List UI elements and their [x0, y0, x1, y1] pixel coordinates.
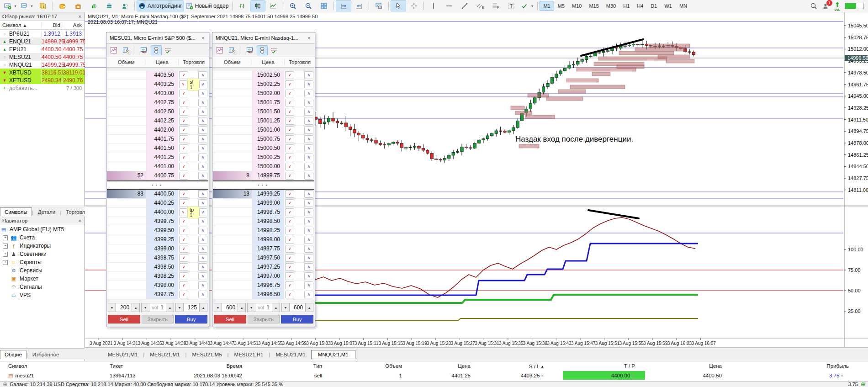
column-header-symbol[interactable]: Символ▴ — [0, 22, 41, 28]
sell-chevron-icon[interactable]: ∨ — [285, 163, 294, 170]
remove-icon[interactable]: × — [540, 373, 544, 378]
stepper-down-icon[interactable]: ▼ — [141, 303, 149, 312]
expand-icon[interactable]: + — [3, 235, 8, 240]
bar-chart-mode-button[interactable] — [234, 0, 250, 11]
dom-ask-row[interactable]: 4401.25∨∧ — [107, 153, 208, 162]
buy-chevron-icon[interactable]: ∧ — [304, 254, 313, 262]
sell-chevron-icon[interactable]: ∨ — [285, 245, 294, 253]
column-header-symbol[interactable]: Символ — [8, 363, 100, 369]
dom-ask-row[interactable]: 4401.50∨∧ — [107, 144, 208, 153]
sell-chevron-icon[interactable]: ∨ — [285, 172, 294, 180]
dom-ask-row[interactable]: 524400.75∨∧ — [107, 171, 208, 180]
column-header-price[interactable]: Цена — [397, 363, 471, 369]
stepper-up-icon[interactable]: ▲ — [238, 303, 246, 312]
dom-ask-row[interactable]: 4402.25∨∧ — [107, 117, 208, 126]
fibonacci-button[interactable]: F — [488, 0, 503, 11]
buy-chevron-icon[interactable]: ∧ — [304, 281, 313, 289]
market-watch-row[interactable]: ▼XBTUSD38116.5138119.01 — [0, 69, 85, 76]
dom-bid-row[interactable]: 4398.25∨∧ — [107, 272, 208, 281]
buy-chevron-icon[interactable]: ∧ — [198, 190, 207, 198]
dom-ask-row[interactable]: 4403.25∨sl 1∧ — [107, 80, 208, 89]
dom-ask-row[interactable]: 4401.00∨∧ — [107, 162, 208, 171]
sell-chevron-icon[interactable]: ∨ — [285, 208, 294, 216]
close-icon[interactable]: × — [307, 35, 312, 41]
profiles-button[interactable]: ▼ — [19, 0, 35, 11]
stepper-down-icon[interactable]: ▼ — [247, 303, 255, 312]
dom-bid-row[interactable]: 14996.75∨∧ — [213, 281, 314, 290]
sell-chevron-icon[interactable]: ∨ — [179, 108, 188, 116]
lvl-indicator[interactable]: LVL — [834, 1, 841, 11]
navigator-item-счета[interactable]: +👥Счета — [0, 233, 85, 242]
sell-chevron-icon[interactable]: ∨ — [285, 99, 294, 106]
sell-chevron-icon[interactable]: ∨ — [285, 263, 294, 271]
sell-chevron-icon[interactable]: ∨ — [179, 99, 188, 106]
sell-chevron-icon[interactable]: ∨ — [179, 71, 188, 79]
buy-chevron-icon[interactable]: ∧ — [198, 126, 207, 134]
expand-icon[interactable]: + — [3, 260, 8, 265]
dom-bid-row[interactable]: 4398.75∨∧ — [107, 254, 208, 263]
dom-ask-row[interactable]: 15000.00∨∧ — [213, 162, 314, 171]
dom-bid-row[interactable]: 4399.75∨∧ — [107, 217, 208, 226]
dom-window-titlebar[interactable]: MNQU21, Micro E-mini Nasdaq-1...× — [212, 32, 315, 44]
buy-chevron-icon[interactable]: ∧ — [198, 236, 207, 244]
expand-icon[interactable]: + — [3, 252, 8, 257]
dom-ask-row[interactable]: 15002.50∨∧ — [213, 71, 314, 80]
sell-chevron-icon[interactable]: ∨ — [179, 154, 188, 161]
sell-chevron-icon[interactable]: ∨ — [285, 108, 294, 116]
navigator-item-индикаторы[interactable]: +ƒИндикаторы — [0, 242, 85, 250]
sell-chevron-icon[interactable]: ∨ — [179, 254, 188, 262]
auto-scroll-button[interactable] — [336, 0, 351, 11]
vps-button[interactable] — [101, 0, 117, 11]
dom-ask-row[interactable]: 15000.25∨∧ — [213, 153, 314, 162]
column-header-tp[interactable]: T / P — [562, 363, 635, 369]
stepper-up-icon[interactable]: ▲ — [305, 303, 313, 312]
dom-ladder-button[interactable] — [151, 45, 162, 55]
close-icon[interactable]: × — [201, 35, 206, 41]
buy-button[interactable]: Buy — [175, 315, 207, 323]
dom-ask-row[interactable]: 4402.00∨∧ — [107, 126, 208, 135]
buy-chevron-icon[interactable]: ∧ — [304, 90, 313, 97]
buy-chevron-icon[interactable]: ∧ — [304, 117, 313, 125]
sell-chevron-icon[interactable]: ∨ — [179, 199, 188, 207]
tab-детали[interactable]: Детали — [33, 207, 60, 217]
close-icon[interactable]: × — [78, 218, 82, 223]
buy-chevron-icon[interactable]: ∧ — [304, 108, 313, 116]
dom-bid-row[interactable]: 14997.50∨∧ — [213, 254, 314, 263]
signals-button[interactable] — [86, 0, 101, 11]
buy-chevron-icon[interactable]: ∧ — [304, 227, 313, 234]
dom-bid-row[interactable]: 4398.00∨∧ — [107, 281, 208, 290]
dom-bid-row[interactable]: 4397.75∨∧ — [107, 290, 208, 299]
buy-chevron-icon[interactable]: ∧ — [198, 90, 207, 97]
buy-chevron-icon[interactable]: ∧ — [198, 71, 207, 79]
buy-chevron-icon[interactable]: ∧ — [304, 199, 313, 207]
buy-chevron-icon[interactable]: ∧ — [198, 135, 207, 143]
dom-bid-row[interactable]: 4400.00∨tp 1∧ — [107, 208, 208, 217]
tab-символы[interactable]: Символы — [0, 207, 32, 217]
sell-chevron-icon[interactable]: ∨ — [285, 199, 294, 207]
buy-chevron-icon[interactable]: ∧ — [304, 272, 313, 280]
stepper-up-icon[interactable]: ▲ — [199, 303, 207, 312]
sell-chevron-icon[interactable]: ∨ — [285, 190, 294, 198]
add-symbol-row[interactable]: +добавить...7 / 300 — [0, 84, 85, 92]
column-header-profit[interactable]: Прибыль — [771, 363, 849, 369]
stepper-down-icon[interactable]: ▼ — [175, 303, 184, 312]
orders-lines-button[interactable] — [163, 45, 174, 55]
buy-chevron-icon[interactable]: ∧ — [304, 71, 313, 79]
sell-chevron-icon[interactable]: ∨ — [179, 263, 188, 271]
sell-chevron-icon[interactable]: ∨ — [179, 117, 188, 125]
column-header-time[interactable]: Время — [151, 363, 242, 369]
navigator-item-скрипты[interactable]: +≣Скрипты — [0, 258, 85, 266]
close-position-button[interactable]: Закрыть — [248, 315, 280, 323]
buy-chevron-icon[interactable]: ∧ — [304, 80, 313, 88]
crosshair-button[interactable] — [406, 0, 422, 11]
table-clock-button[interactable] — [121, 45, 132, 55]
buy-chevron-icon[interactable]: ∧ — [304, 163, 313, 170]
dom-bid-row[interactable]: 14998.25∨∧ — [213, 226, 314, 235]
column-header-type[interactable]: Тип — [249, 363, 322, 369]
stepper-up-icon[interactable]: ▲ — [166, 303, 174, 312]
dom-bid-row[interactable]: 14998.00∨∧ — [213, 235, 314, 244]
buy-chevron-icon[interactable]: ∧ — [198, 272, 207, 280]
close-icon[interactable]: × — [78, 14, 82, 19]
search-icon[interactable] — [810, 2, 817, 10]
algo-trading-button[interactable]: Алготрейдинг — [137, 0, 184, 11]
